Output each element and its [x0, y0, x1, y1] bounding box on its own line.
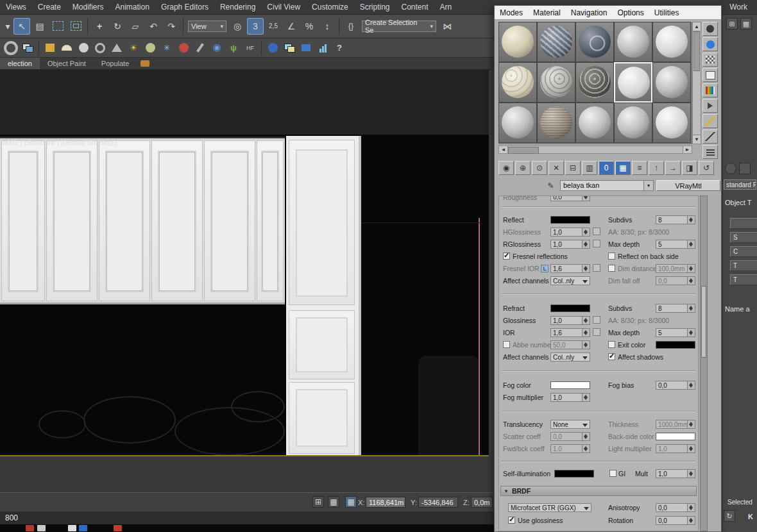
rectangular-selection-region-icon[interactable]: [49, 18, 66, 35]
spinner-arrows[interactable]: [582, 228, 590, 236]
fresnel-reflections-checkbox[interactable]: [503, 253, 510, 260]
spinner-arrows[interactable]: [687, 420, 695, 428]
shapes-category-icon[interactable]: [739, 163, 751, 174]
sample-slot-3[interactable]: [575, 22, 614, 62]
spinner-arrows[interactable]: [582, 329, 590, 337]
menu-animation[interactable]: Animation: [110, 3, 155, 12]
me-menu-modes[interactable]: Modes: [495, 8, 528, 17]
sample-slot-6[interactable]: [498, 62, 537, 103]
hglossiness-map-button[interactable]: [593, 228, 600, 235]
select-and-rotate-icon[interactable]: ↻: [109, 18, 126, 35]
video-color-check-icon[interactable]: [702, 83, 718, 97]
viewport-label[interactable]: a001 ] [Standard ] [Default Shading ]: [3, 138, 117, 146]
rglossiness-map-button[interactable]: [593, 240, 600, 247]
material-type-button[interactable]: VRayMtl: [656, 180, 720, 191]
fresnel-ior-spinner[interactable]: 1,6: [550, 264, 590, 273]
spinner-arrows[interactable]: [687, 470, 695, 478]
scatter-coeff-spinner[interactable]: 0,0: [550, 432, 590, 441]
use-pivot-center-icon[interactable]: ◎: [229, 18, 246, 35]
primitive-button[interactable]: T: [730, 274, 757, 285]
sample-uv-tiling-icon[interactable]: [702, 68, 718, 82]
assign-material-to-selection-icon[interactable]: ⊙: [532, 161, 547, 175]
spinner-snap-icon[interactable]: ↕: [319, 18, 336, 35]
primitive-sphere-icon[interactable]: [76, 41, 91, 55]
select-and-scale-icon[interactable]: ▱: [127, 18, 144, 35]
spinner-arrows[interactable]: [582, 445, 590, 453]
ior-spinner[interactable]: 1,6: [550, 328, 590, 337]
me-menu-utilities[interactable]: Utilities: [649, 8, 685, 17]
brdf-type-dropdown[interactable]: Microfacet GTR (GGX): [508, 503, 591, 512]
edit-named-selection-sets-icon[interactable]: {}: [343, 18, 359, 35]
gi-checkbox[interactable]: [609, 470, 617, 477]
scroll-left-icon[interactable]: ◄: [499, 146, 508, 153]
menu-arnold[interactable]: Arn: [434, 3, 458, 12]
refract-color-swatch[interactable]: [550, 304, 590, 312]
perspective-viewport[interactable]: a001 ] [Standard ] [Default Shading ]: [0, 69, 489, 492]
spinner-arrows[interactable]: [687, 329, 695, 337]
select-by-material-icon[interactable]: [702, 129, 718, 144]
sample-slot-1[interactable]: [498, 22, 537, 62]
z-coordinate-field[interactable]: 0,0m: [471, 497, 493, 508]
roughness-spinner[interactable]: 0,0: [550, 195, 590, 201]
height-field-icon[interactable]: HF: [242, 41, 258, 55]
me-menu-navigation[interactable]: Navigation: [566, 8, 613, 17]
primitive-torus-icon[interactable]: [92, 41, 108, 55]
snaps-toggle-icon[interactable]: 3: [247, 18, 264, 35]
select-object-icon[interactable]: ↖: [13, 18, 30, 35]
slots-horizontal-scrollbar[interactable]: ◄ ►: [498, 145, 692, 154]
blue-sphere-icon[interactable]: [265, 41, 280, 55]
use-glossiness-checkbox[interactable]: [508, 517, 515, 524]
primitive-category-dropdown[interactable]: standard Pr: [724, 179, 756, 190]
ribbon-tab-populate[interactable]: Populate: [94, 58, 137, 69]
primitive-dome-icon[interactable]: [59, 41, 74, 55]
sample-slot-8[interactable]: [575, 62, 614, 103]
create-selection-set-dropdown[interactable]: Create Selection Se ▾: [362, 21, 436, 32]
slots-vertical-scrollbar[interactable]: ▲ ▼: [692, 22, 701, 144]
scroll-right-icon[interactable]: ►: [683, 146, 692, 153]
primitive-pyramid-icon[interactable]: [109, 41, 124, 55]
isolate-icon[interactable]: ↻: [724, 510, 735, 522]
exit-color-checkbox[interactable]: [608, 341, 615, 348]
put-to-library-icon[interactable]: ▥: [582, 161, 597, 175]
primitive-button[interactable]: S: [730, 232, 757, 243]
spinner-arrows[interactable]: [687, 304, 695, 312]
scroll-thumb[interactable]: [693, 31, 700, 71]
red-sphere-icon[interactable]: [176, 41, 191, 55]
spinner-arrows[interactable]: [687, 277, 695, 285]
reflect-max-depth-spinner[interactable]: 5: [656, 240, 695, 249]
rglossiness-spinner[interactable]: 1,0: [550, 240, 590, 249]
select-by-name-icon[interactable]: ▤: [31, 18, 48, 35]
spinner-arrows[interactable]: [687, 517, 695, 524]
spinner-arrows[interactable]: [687, 265, 695, 272]
backlight-icon[interactable]: [702, 37, 718, 51]
primitive-button[interactable]: T: [730, 260, 757, 271]
reset-map-icon[interactable]: ✕: [549, 161, 564, 175]
abbe-number-checkbox[interactable]: [503, 341, 510, 348]
scroll-down-icon[interactable]: ▼: [693, 135, 701, 144]
light-multiplier-spinner[interactable]: 1,0: [656, 444, 695, 453]
material-name-dropdown[interactable]: belaya tkan ▾: [560, 180, 654, 191]
primitive-button[interactable]: C: [730, 246, 757, 257]
sample-slot-2[interactable]: [537, 22, 575, 62]
transform-gizmo-icon[interactable]: ▦: [328, 496, 339, 508]
backside-color-swatch[interactable]: [656, 433, 695, 440]
spinner-arrows[interactable]: [687, 240, 695, 248]
name-color-rollout-header[interactable]: Name a: [725, 305, 750, 313]
reload-icon[interactable]: ↺: [699, 161, 714, 175]
material-map-navigator-icon[interactable]: [702, 145, 718, 159]
taskbar-app-icon[interactable]: [37, 525, 46, 531]
put-material-to-scene-icon[interactable]: ⊕: [515, 161, 531, 175]
mirror-icon[interactable]: ⋈: [439, 18, 455, 35]
sample-slot-15[interactable]: [652, 103, 691, 143]
dim-falloff-spinner[interactable]: 0,0: [656, 276, 695, 285]
x-coordinate-field[interactable]: 1168,641m: [366, 497, 405, 508]
fresnel-ior-lock-button[interactable]: L: [541, 265, 549, 272]
spinner-arrows[interactable]: [687, 504, 695, 511]
spinner-arrows[interactable]: [582, 240, 590, 248]
spinner-arrows[interactable]: [582, 317, 590, 324]
affect-shadows-checkbox[interactable]: [608, 353, 615, 360]
menu-scripting[interactable]: Scripting: [354, 3, 396, 12]
menu-graph-editors[interactable]: Graph Editors: [155, 3, 214, 12]
absolute-mode-icon[interactable]: ▦: [345, 496, 357, 508]
spinner-arrows[interactable]: [582, 195, 590, 201]
